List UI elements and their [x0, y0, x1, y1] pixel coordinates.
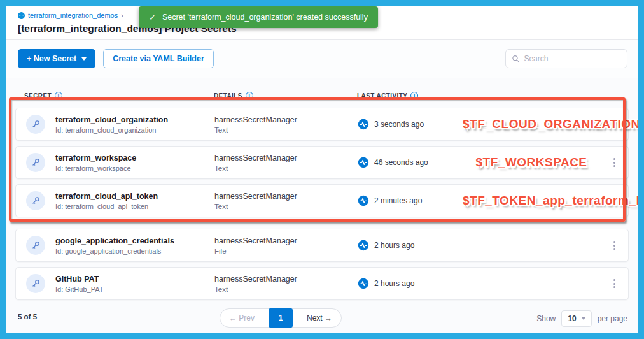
last-activity-text: 2 hours ago: [374, 241, 414, 250]
show-label: Show: [536, 314, 556, 323]
secret-details-cell: harnessSecretManager File: [214, 236, 358, 255]
secret-type: Text: [214, 285, 358, 293]
table-header-row: SECRET i DETAILS i LAST ACTIVITY i: [15, 87, 629, 104]
secret-name-cell: GitHub PAT Id: GitHub_PAT: [55, 275, 214, 293]
annotation-cell: $TF_CLOUD_ORGANIZATION: [463, 117, 640, 131]
secret-icon-cell: [16, 274, 55, 293]
project-secrets-page: terraform_integration_demos › [terraform…: [6, 6, 638, 333]
last-activity-cell: 2 minutes ago: [358, 195, 463, 206]
page-size-control: Show 10 per page: [536, 310, 627, 327]
secret-id: Id: terraform_cloud_api_token: [55, 203, 214, 210]
secret-icon-cell: [16, 191, 55, 210]
info-icon[interactable]: i: [55, 92, 62, 99]
secret-name: GitHub PAT: [55, 275, 214, 284]
activity-icon: [358, 119, 369, 130]
row-menu-button[interactable]: [600, 237, 628, 254]
search-icon: [512, 54, 519, 63]
search-input[interactable]: [524, 54, 621, 63]
secret-name: google_application_credentials: [55, 236, 214, 245]
info-icon[interactable]: i: [246, 92, 253, 99]
secret-manager: harnessSecretManager: [214, 236, 358, 245]
secret-id: Id: google_application_credentials: [55, 247, 214, 255]
secret-manager: harnessSecretManager: [214, 192, 358, 201]
breadcrumb-chevron-icon: ›: [121, 12, 123, 19]
last-activity-text: 3 seconds ago: [374, 120, 424, 129]
secret-type: Text: [214, 126, 358, 134]
annotation-cell: $TF_TOKEN_app_terraform_io: [463, 194, 644, 208]
secret-name: terraform_cloud_organization: [55, 115, 214, 124]
key-icon: [26, 191, 45, 210]
secret-row[interactable]: google_application_credentials Id: googl…: [15, 229, 629, 262]
new-secret-label: + New Secret: [27, 54, 76, 63]
info-icon[interactable]: i: [410, 92, 418, 99]
env-var-annotation: $TF_TOKEN_app_terraform_io: [463, 194, 644, 208]
page-header: terraform_integration_demos › [terraform…: [6, 6, 638, 40]
column-header-details: DETAILS i: [214, 92, 357, 99]
toast-message: Secret 'terraform_cloud_organization' cr…: [162, 13, 368, 22]
row-menu-button[interactable]: [600, 154, 628, 171]
results-count: 5 of 5: [18, 313, 37, 321]
secret-manager: harnessSecretManager: [214, 154, 358, 162]
pagination: ← Prev 1 Next →: [220, 308, 342, 328]
annotation-cell: $TF_WORKSPACE: [463, 155, 600, 170]
check-icon: ✓: [149, 13, 156, 22]
success-toast: ✓ Secret 'terraform_cloud_organization' …: [139, 6, 378, 28]
secret-id: Id: terraform_cloud_organization: [55, 126, 214, 134]
secret-details-cell: harnessSecretManager Text: [214, 275, 358, 293]
last-activity-cell: 3 seconds ago: [358, 119, 463, 130]
env-var-annotation: $TF_CLOUD_ORGANIZATION: [463, 117, 640, 131]
search-box[interactable]: [505, 49, 627, 68]
secret-row[interactable]: terraform_cloud_organization Id: terrafo…: [15, 108, 629, 141]
secret-manager: harnessSecretManager: [214, 275, 358, 284]
secret-row[interactable]: terraform_workspace Id: terraform_worksp…: [15, 146, 629, 179]
env-var-annotation: $TF_WORKSPACE: [475, 155, 587, 170]
activity-icon: [358, 195, 369, 206]
secret-details-cell: harnessSecretManager Text: [214, 115, 358, 134]
activity-icon: [358, 157, 369, 168]
secret-row[interactable]: GitHub PAT Id: GitHub_PAT harnessSecretM…: [15, 267, 629, 300]
activity-icon: [358, 278, 369, 289]
secret-icon-cell: [16, 115, 55, 134]
last-activity-cell: 46 seconds ago: [358, 157, 463, 168]
activity-icon: [358, 240, 369, 251]
key-icon: [26, 274, 45, 293]
secret-manager: harnessSecretManager: [214, 115, 358, 124]
next-page-button[interactable]: Next →: [302, 314, 337, 322]
key-icon: [26, 236, 45, 255]
breadcrumb: terraform_integration_demos ›: [18, 11, 123, 19]
column-header-last-activity: LAST ACTIVITY i: [357, 92, 462, 99]
last-activity-text: 2 minutes ago: [374, 196, 422, 205]
breadcrumb-project-link[interactable]: terraform_integration_demos: [28, 11, 118, 19]
secrets-list: terraform_cloud_organization Id: terrafo…: [15, 108, 629, 305]
secret-icon-cell: [16, 236, 55, 255]
secret-name-cell: terraform_cloud_api_token Id: terraform_…: [55, 192, 214, 210]
key-icon: [26, 115, 45, 134]
secret-row[interactable]: terraform_cloud_api_token Id: terraform_…: [15, 184, 629, 217]
column-header-secret: SECRET i: [15, 92, 214, 99]
secret-details-cell: harnessSecretManager Text: [214, 154, 358, 172]
page-1-button[interactable]: 1: [269, 308, 293, 328]
secret-type: Text: [214, 164, 358, 172]
secret-icon-cell: [16, 153, 55, 172]
secret-name-cell: terraform_workspace Id: terraform_worksp…: [55, 154, 214, 172]
row-menu-button[interactable]: [600, 275, 628, 292]
secret-name: terraform_workspace: [55, 154, 214, 162]
secret-name-cell: terraform_cloud_organization Id: terrafo…: [55, 115, 214, 134]
last-activity-text: 2 hours ago: [374, 279, 414, 288]
screenshot-frame: terraform_integration_demos › [terraform…: [0, 0, 644, 339]
project-icon: [18, 12, 25, 19]
secret-type: Text: [214, 203, 358, 210]
new-secret-button[interactable]: + New Secret: [18, 49, 95, 68]
last-activity-cell: 2 hours ago: [358, 278, 463, 289]
per-page-label: per page: [598, 314, 627, 323]
page-size-select[interactable]: 10: [561, 310, 591, 327]
row-menu-button[interactable]: [640, 116, 644, 133]
secrets-table: SECRET i DETAILS i LAST ACTIVITY i: [6, 78, 638, 302]
secret-name: terraform_cloud_api_token: [55, 192, 214, 201]
create-yaml-builder-button[interactable]: Create via YAML Builder: [103, 49, 214, 68]
chevron-down-icon: [582, 317, 585, 320]
secret-type: File: [214, 247, 358, 255]
prev-page-button[interactable]: ← Prev: [224, 314, 260, 322]
table-footer: 5 of 5 ← Prev 1 Next → Show 10 per page: [6, 302, 638, 333]
last-activity-cell: 2 hours ago: [358, 240, 463, 251]
